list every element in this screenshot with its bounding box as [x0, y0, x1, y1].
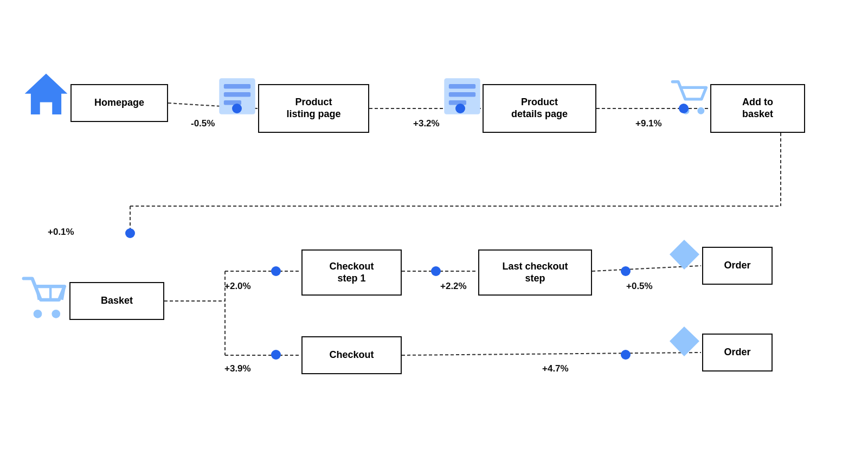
pct-pdp-atb: +9.1%: [635, 118, 662, 129]
order1-diamond-icon: [667, 237, 702, 274]
homepage-node: Homepage: [70, 84, 168, 122]
svg-line-26: [36, 286, 39, 300]
order2-diamond-icon: [667, 324, 702, 361]
dot-atb-basket: [125, 228, 135, 238]
svg-rect-20: [449, 92, 475, 97]
checkout-step1-node: Checkoutstep 1: [301, 249, 402, 296]
svg-point-23: [697, 107, 704, 114]
svg-rect-15: [224, 84, 250, 89]
svg-point-25: [52, 310, 60, 318]
dot-hp-plp: [232, 104, 242, 113]
pct-basket-checkout: +3.9%: [224, 363, 251, 374]
svg-marker-13: [25, 74, 68, 114]
last-checkout-node: Last checkoutstep: [478, 249, 592, 296]
pct-atb-basket: +0.1%: [48, 227, 74, 238]
home-icon: [22, 71, 70, 121]
product-listing-node: Productlisting page: [258, 84, 369, 133]
dot-basket-checkout: [271, 350, 281, 360]
checkout-node: Checkout: [301, 336, 402, 374]
pct-cs1-lcs: +2.2%: [440, 281, 467, 292]
svg-point-24: [34, 310, 42, 318]
dot-checkout-order2: [621, 350, 631, 360]
order2-node: Order: [702, 334, 773, 371]
dot-plp-pdp: [455, 104, 465, 113]
pct-checkout-order2: +4.7%: [542, 363, 569, 374]
svg-rect-16: [224, 92, 250, 97]
pct-basket-cs1: +2.0%: [224, 281, 251, 292]
dot-basket-cs1: [271, 266, 281, 276]
pct-lcs-order1: +0.5%: [626, 281, 653, 292]
svg-marker-30: [670, 326, 699, 356]
order1-node: Order: [702, 247, 773, 285]
basket-node: Basket: [69, 282, 164, 320]
dot-cs1-lcs: [431, 266, 441, 276]
svg-rect-19: [449, 84, 475, 89]
dot-lcs-order1: [621, 266, 631, 276]
flow-diagram: Homepage Productlisting page Productdeta…: [0, 0, 868, 474]
svg-line-12: [402, 353, 701, 355]
svg-marker-29: [670, 240, 699, 270]
pct-hp-plp: -0.5%: [191, 118, 215, 129]
add-to-basket-node: Add tobasket: [710, 84, 805, 133]
pct-plp-pdp: +3.2%: [413, 118, 440, 129]
dot-pdp-atb: [679, 104, 689, 113]
add-to-basket-icon: [670, 76, 710, 119]
product-details-node: Productdetails page: [483, 84, 596, 133]
basket-icon: [21, 271, 69, 322]
